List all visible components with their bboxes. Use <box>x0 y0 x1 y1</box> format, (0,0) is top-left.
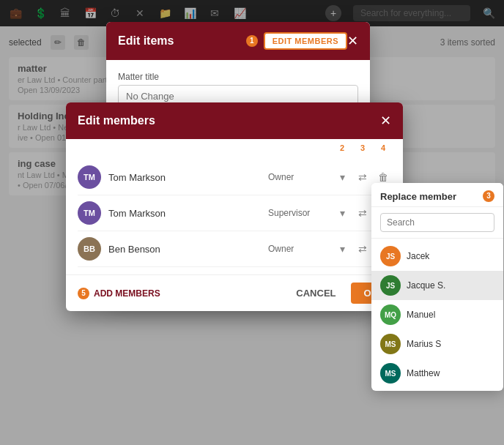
replace-avatar: JS <box>380 246 401 266</box>
member-row: TM Tom Markson Supervisor ▾ ⇄ 🗑 <box>78 195 391 231</box>
replace-item[interactable]: MQ Manuel <box>371 300 503 329</box>
member-name: Tom Markson <box>108 172 261 183</box>
replace-item[interactable]: JS Jacque S. <box>371 271 503 300</box>
replace-item[interactable]: MS Marius S <box>371 329 503 359</box>
member-row: BB Ben Benson Owner ▾ ⇄ 🗑 <box>78 231 391 267</box>
avatar: TM <box>78 201 101 225</box>
members-list: TM Tom Markson Owner ▾ ⇄ 🗑 TM Tom Markso… <box>66 152 403 274</box>
member-role: Supervisor <box>268 208 327 218</box>
edit-members-modal-header: Edit members ✕ <box>66 102 403 139</box>
column-headers: 2 3 4 <box>66 139 403 152</box>
replace-list: JS Jacek JS Jacque S. MQ Manuel MS Mariu… <box>371 239 503 391</box>
edit-members-modal: Edit members ✕ 2 3 4 TM Tom Markson Owne… <box>66 102 403 311</box>
close-edit-members-button[interactable]: ✕ <box>380 113 391 129</box>
replace-icon[interactable]: ⇄ <box>355 169 371 185</box>
replace-member-name: Jacek <box>407 251 429 261</box>
replace-member-name: Marius S <box>407 339 441 349</box>
step1-label: 1 <box>246 35 258 47</box>
col4-header: 4 <box>375 143 391 152</box>
replace-dropdown-title: Replace member <box>380 191 456 202</box>
add-members-button[interactable]: 5 ADD MEMBERS <box>78 288 160 299</box>
cancel-members-button[interactable]: CANCEL <box>287 283 344 303</box>
close-edit-items-button[interactable]: ✕ <box>347 33 358 49</box>
avatar: BB <box>78 237 101 261</box>
member-row: TM Tom Markson Owner ▾ ⇄ 🗑 <box>78 160 391 195</box>
edit-items-title: Edit items <box>118 34 174 48</box>
replace-member-name: Manuel <box>407 310 435 320</box>
dropdown-icon[interactable]: ▾ <box>334 169 350 185</box>
replace-search-container <box>371 207 503 239</box>
col2-header: 2 <box>334 143 350 152</box>
member-role: Owner <box>268 172 327 182</box>
member-name: Ben Benson <box>108 244 261 255</box>
replace-icon[interactable]: ⇄ <box>355 205 371 221</box>
matter-title-label: Matter title <box>118 72 358 82</box>
replace-item[interactable]: JS Jacek <box>371 242 503 271</box>
replace-avatar: MS <box>380 334 401 354</box>
replace-avatar: JS <box>380 275 401 296</box>
col3-header: 3 <box>355 143 371 152</box>
member-role: Owner <box>268 244 327 254</box>
members-footer: 5 ADD MEMBERS CANCEL OK <box>66 274 403 311</box>
edit-items-modal-header: Edit items 1 EDIT MEMBERS ✕ <box>106 22 370 60</box>
replace-member-dropdown: Replace member 3 JS Jacek JS Jacque S. M… <box>371 183 503 391</box>
member-name: Tom Markson <box>108 208 261 219</box>
replace-member-name: Matthew <box>407 368 440 378</box>
dropdown-icon[interactable]: ▾ <box>334 241 350 257</box>
replace-avatar: MQ <box>380 304 401 325</box>
avatar: TM <box>78 165 101 189</box>
replace-avatar: MS <box>380 363 401 384</box>
replace-search-input[interactable] <box>380 213 494 232</box>
add-members-step: 5 <box>78 288 89 299</box>
replace-item[interactable]: MS Matthew <box>371 359 503 388</box>
replace-member-name: Jacque S. <box>407 280 445 291</box>
edit-members-button[interactable]: EDIT MEMBERS <box>264 32 347 50</box>
dropdown-icon[interactable]: ▾ <box>334 205 350 221</box>
replace-dropdown-header: Replace member 3 <box>371 183 503 207</box>
add-members-label: ADD MEMBERS <box>94 288 160 299</box>
edit-members-title: Edit members <box>78 114 155 127</box>
replace-icon[interactable]: ⇄ <box>355 241 371 257</box>
replace-step-label: 3 <box>483 190 494 202</box>
